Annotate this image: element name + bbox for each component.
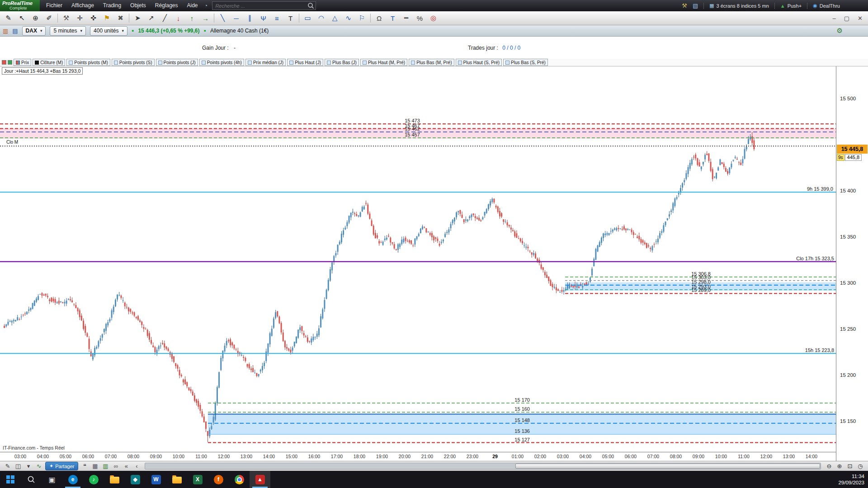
chart-scrollbar-thumb[interactable]: [515, 464, 820, 469]
menu-affichage[interactable]: Affichage: [67, 0, 99, 11]
delete-all-icon[interactable]: ✖: [114, 12, 127, 24]
menu-trading[interactable]: Trading: [99, 0, 126, 11]
continue-arrow-icon[interactable]: →: [199, 12, 212, 24]
legend-chip-plushautspr[interactable]: Plus Haut (S, Pré): [456, 59, 502, 66]
time-axis[interactable]: 03:0004:0005:0006:0007:0008:0009:0010:00…: [0, 452, 836, 461]
indicators-icon[interactable]: ∿: [35, 463, 43, 469]
flag-pattern-icon[interactable]: ⚐: [355, 12, 368, 24]
alert-bell-icon[interactable]: ⚑: [100, 12, 113, 24]
legend-chip-clturem[interactable]: Clôture (M): [33, 59, 65, 66]
bar-chart-icon[interactable]: ▥: [3, 28, 8, 34]
share-button[interactable]: ✦ Partager: [45, 462, 78, 470]
file-explorer-icon[interactable]: [104, 471, 125, 488]
chart-scrollbar[interactable]: [145, 463, 821, 469]
chart-tool-icon[interactable]: ▧: [693, 2, 698, 9]
app-teal-icon[interactable]: ◆: [125, 471, 146, 488]
horizontal-line-icon[interactable]: ─: [230, 12, 243, 24]
arc-pattern-icon[interactable]: ◠: [315, 12, 328, 24]
screens-status[interactable]: ▦3 écrans 8 indices 5 mn: [709, 3, 769, 9]
select-cursor-icon[interactable]: ↖: [15, 12, 28, 24]
search-button[interactable]: [21, 471, 42, 488]
pencil-icon[interactable]: ✎: [2, 12, 15, 24]
add-chart-icon[interactable]: ▥: [101, 463, 109, 469]
word-icon[interactable]: W: [146, 471, 166, 488]
chart-canvas[interactable]: 15 47315 46715 46215 4579h 15 399,0Clo 1…: [0, 66, 836, 452]
close-button[interactable]: ✕: [858, 15, 863, 22]
scroll-back-icon[interactable]: ‹: [132, 463, 141, 469]
price-axis[interactable]: 15 445,8 9s 445,8 15 50015 40015 35015 3…: [836, 66, 868, 461]
buy-arrow-icon[interactable]: ↑: [185, 12, 198, 24]
legend-chip-plushautmpr[interactable]: Plus Haut (M, Pré): [360, 59, 407, 66]
legend-chip-pointspivotsm[interactable]: Points pivots (M): [66, 59, 110, 66]
triangle-pattern-icon[interactable]: △: [328, 12, 341, 24]
search-icon[interactable]: [307, 2, 314, 11]
units-dropdown[interactable]: 400 unités ▾: [90, 26, 127, 36]
gear-icon[interactable]: ⚙: [837, 27, 843, 35]
annotation-icon[interactable]: T: [386, 12, 399, 24]
task-view-button[interactable]: ▣: [42, 471, 62, 488]
chart-area[interactable]: 15 47315 46715 46215 4579h 15 399,0Clo 1…: [0, 66, 836, 452]
chrome-icon[interactable]: [229, 471, 250, 488]
chart-style-icon[interactable]: ◫: [14, 463, 22, 469]
settings-hammer-icon[interactable]: ⚒: [60, 12, 73, 24]
rectangle-zone-icon[interactable]: ▭: [301, 12, 314, 24]
search-input[interactable]: [212, 1, 316, 10]
segment-icon[interactable]: ╱: [158, 12, 171, 24]
legend-chip-plusbasmpr[interactable]: Plus Bas (M, Pré): [409, 59, 454, 66]
zoom-in-icon[interactable]: ⊕: [835, 463, 844, 469]
move-all-icon[interactable]: ✛: [73, 12, 86, 24]
crosshair-icon[interactable]: ✜: [87, 12, 100, 24]
legend-chip-pointspivotsj[interactable]: Points pivots (J): [156, 59, 198, 66]
taskbar-clock[interactable]: 11:34 29/09/2023: [838, 473, 868, 486]
legend-add-icon[interactable]: [8, 60, 12, 65]
folders-icon[interactable]: [166, 471, 187, 488]
separator-line-icon[interactable]: ━: [400, 12, 413, 24]
menu-fichier[interactable]: Fichier: [42, 0, 67, 11]
pitchfork-icon[interactable]: Ψ: [257, 12, 270, 24]
scroll-start-icon[interactable]: «: [122, 463, 130, 469]
zoom-tool-icon[interactable]: ⊕: [29, 12, 42, 24]
spotify-icon[interactable]: ♪: [83, 471, 104, 488]
edge-icon[interactable]: e: [62, 471, 83, 488]
pointer-mode-icon[interactable]: ➤: [131, 12, 144, 24]
firefox-icon[interactable]: f: [208, 471, 229, 488]
legend-chip-pointspivots4h[interactable]: Points pivots (4h): [199, 59, 244, 66]
trendline-icon[interactable]: ╲: [216, 12, 229, 24]
magnet-icon[interactable]: Ω: [373, 12, 386, 24]
legend-chip-prixmdianj[interactable]: Prix médian (J): [245, 59, 286, 66]
dealthru-status[interactable]: ◉DealThru: [813, 3, 840, 9]
wave-pattern-icon[interactable]: ∿: [342, 12, 355, 24]
wrench-icon[interactable]: ⚒: [682, 2, 687, 9]
push-status[interactable]: ▲Push+: [780, 3, 802, 9]
symbol-dropdown[interactable]: DAX ▾: [22, 26, 46, 36]
start-button[interactable]: [0, 471, 21, 488]
link-icon[interactable]: ∞: [112, 463, 120, 469]
target-icon[interactable]: ◎: [427, 12, 440, 24]
layout-grid-icon[interactable]: ▦: [91, 463, 99, 469]
zoom-out-icon[interactable]: ⊖: [825, 463, 833, 469]
time-range-icon[interactable]: ◷: [856, 463, 864, 469]
legend-chip-pointspivotss[interactable]: Points pivots (S): [112, 59, 155, 66]
brush-icon[interactable]: ✐: [42, 12, 56, 24]
timeframe-dropdown[interactable]: 5 minutes ▾: [50, 26, 86, 36]
legend-chip-plushautj[interactable]: Plus Haut (J): [287, 59, 323, 66]
menu-objets[interactable]: Objets: [126, 0, 151, 11]
fibonacci-icon[interactable]: ≡: [270, 12, 283, 24]
zoom-fit-icon[interactable]: ⊡: [846, 463, 854, 469]
menu-aide[interactable]: Aide: [182, 0, 202, 11]
prorealtime-icon[interactable]: ▲: [250, 471, 270, 488]
candle-chart-icon[interactable]: ▤: [12, 28, 18, 34]
minimize-button[interactable]: –: [833, 15, 836, 22]
legend-collapse-icon[interactable]: [2, 60, 6, 65]
percent-icon[interactable]: %: [413, 12, 426, 24]
text-tool-icon[interactable]: T: [284, 12, 297, 24]
maximize-button[interactable]: ▢: [844, 15, 849, 22]
menu-rglages[interactable]: Réglages: [151, 0, 183, 11]
legend-chip-prix[interactable]: Prix: [14, 59, 31, 66]
legend-chip-plusbasj[interactable]: Plus Bas (J): [325, 59, 359, 66]
draw-mode-icon[interactable]: ✎: [4, 463, 12, 469]
chart-style-caret-icon[interactable]: ▾: [24, 463, 33, 469]
comment-icon[interactable]: ❝: [80, 463, 89, 469]
parallel-channel-icon[interactable]: ∥: [243, 12, 256, 24]
ray-icon[interactable]: ↗: [145, 12, 158, 24]
